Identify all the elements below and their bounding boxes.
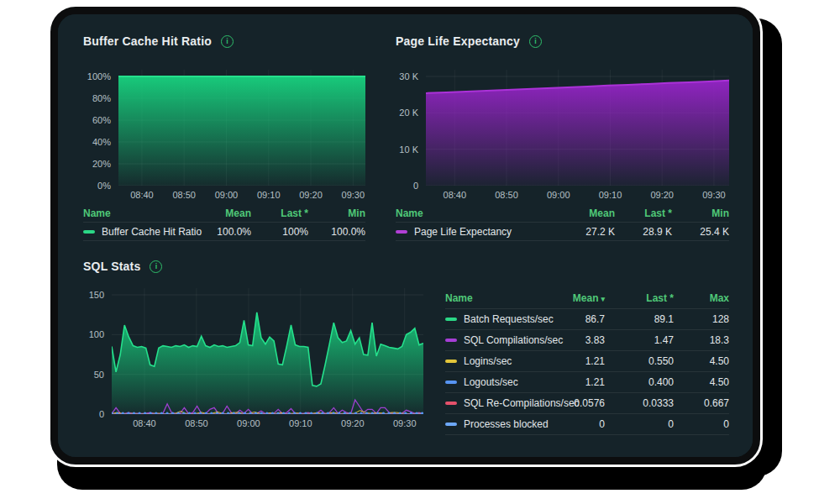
- legend-row[interactable]: SQL Compilations/sec3.831.4718.3: [445, 330, 729, 351]
- legend-value: 28.9 K: [615, 226, 672, 238]
- y-axis-label: 30 K: [399, 70, 418, 83]
- y-axis: 010 K20 K30 K: [396, 70, 426, 186]
- y-axis-label: 0: [99, 407, 104, 421]
- y-axis: 0%20%40%60%80%100%: [83, 70, 118, 186]
- x-axis: 08:4008:5009:0009:1009:2009:30: [112, 414, 423, 429]
- panel-header: SQL Stats i: [83, 260, 729, 273]
- legend-column-header[interactable]: Last *: [615, 207, 672, 219]
- series-color-swatch: [445, 339, 457, 342]
- legend-row[interactable]: SQL Re-Compilations/sec0.05760.03330.667: [445, 393, 729, 414]
- series-color-swatch: [445, 318, 457, 321]
- panel-title: Buffer Cache Hit Ratio: [83, 34, 212, 48]
- legend-value: 89.1: [605, 313, 674, 325]
- legend-column-header[interactable]: Min: [308, 207, 365, 219]
- legend-column-header[interactable]: Name: [445, 292, 536, 304]
- legend-value: 0.0333: [605, 397, 674, 409]
- legend-value: 0: [605, 418, 674, 430]
- y-axis-label: 50: [94, 368, 104, 381]
- legend-value: 4.50: [674, 355, 729, 367]
- legend-value: 100%: [251, 226, 308, 238]
- y-axis-label: 150: [89, 288, 104, 302]
- legend-table: NameMeanLast *MinPage Life Expectancy27.…: [396, 204, 729, 241]
- info-icon[interactable]: i: [150, 260, 162, 273]
- series-color-swatch: [445, 402, 457, 405]
- series-color-swatch: [445, 381, 457, 384]
- series-name: Page Life Expectancy: [414, 226, 512, 238]
- legend-value: 0: [674, 418, 729, 430]
- x-axis: 08:4008:5009:0009:1009:2009:30: [118, 186, 365, 201]
- series-color-swatch: [445, 360, 457, 363]
- series-name: Logouts/sec: [464, 376, 518, 388]
- x-axis-label: 09:20: [333, 418, 373, 428]
- panel-sql-stats: SQL Stats i 050100150 08:4008:5009:0009:…: [83, 260, 729, 435]
- series-color-swatch: [445, 423, 457, 426]
- page-life-expectancy-chart[interactable]: [426, 70, 729, 186]
- legend-value: 0.0576: [536, 397, 605, 409]
- chart-area: 0%20%40%60%80%100% 08:4008:5009:0009:100…: [83, 70, 365, 201]
- x-axis-label: 09:00: [538, 190, 579, 200]
- legend-column-header[interactable]: Name: [83, 207, 194, 219]
- legend-value: 3.83: [536, 334, 605, 346]
- legend-value: 128: [674, 313, 729, 325]
- legend-column-header[interactable]: Mean: [558, 207, 615, 219]
- y-axis-label: 10 K: [399, 143, 418, 156]
- x-axis-label: 09:10: [281, 418, 321, 428]
- sql-stats-chart[interactable]: [112, 288, 423, 414]
- y-axis: 050100150: [83, 288, 112, 414]
- x-axis-label: 08:40: [124, 418, 165, 428]
- legend-row[interactable]: Logouts/sec1.210.4004.50: [445, 372, 729, 393]
- legend-column-header[interactable]: Last *: [251, 207, 308, 219]
- x-axis-label: 09:30: [694, 190, 734, 200]
- legend-table-header: NameMeanLast *Min: [396, 204, 729, 223]
- x-axis-label: 09:20: [642, 190, 682, 200]
- y-axis-label: 80%: [92, 92, 111, 105]
- x-axis-label: 09:00: [228, 418, 269, 428]
- legend-row[interactable]: Page Life Expectancy27.2 K28.9 K25.4 K: [396, 223, 729, 241]
- x-axis-label: 09:20: [291, 190, 331, 200]
- legend-value: 25.4 K: [672, 226, 729, 238]
- legend-row[interactable]: Buffer Cache Hit Ratio100.0%100%100.0%: [83, 223, 365, 241]
- legend-value: 100.0%: [194, 226, 251, 238]
- info-icon[interactable]: i: [529, 35, 542, 48]
- y-axis-label: 40%: [92, 135, 111, 149]
- top-panel-row: Buffer Cache Hit Ratio i 0%20%40%60%80%1…: [83, 34, 729, 241]
- chart-area: 010 K20 K30 K 08:4008:5009:0009:1009:200…: [396, 70, 729, 201]
- x-axis-label: 09:30: [333, 190, 373, 200]
- legend-row[interactable]: Processes blocked000: [445, 414, 729, 435]
- series-name: Logins/sec: [464, 355, 512, 367]
- legend-column-header[interactable]: Name: [396, 207, 558, 219]
- y-axis-label: 100%: [87, 70, 111, 83]
- legend-value: 86.7: [536, 313, 605, 325]
- panel-header: Page Life Expectancy i: [396, 34, 729, 48]
- x-axis-label: 08:40: [434, 190, 475, 200]
- legend-row[interactable]: Batch Requests/sec86.789.1128: [445, 309, 729, 330]
- chart-area: 050100150 08:4008:5009:0009:1009:2009:30: [83, 288, 423, 429]
- legend-value: 1.21: [536, 355, 605, 367]
- y-axis-label: 20 K: [399, 106, 418, 119]
- legend-column-header[interactable]: Last *: [605, 292, 674, 304]
- legend-value: 0.400: [605, 376, 674, 388]
- legend-column-header[interactable]: Mean▾: [536, 292, 605, 304]
- legend-column-header[interactable]: Max: [674, 292, 729, 304]
- series-color-swatch: [396, 230, 407, 234]
- legend-row[interactable]: Logins/sec1.210.5504.50: [445, 351, 729, 372]
- x-axis-label: 08:50: [176, 418, 217, 428]
- panel-buffer-cache-hit-ratio: Buffer Cache Hit Ratio i 0%20%40%60%80%1…: [83, 34, 365, 241]
- info-icon[interactable]: i: [221, 35, 234, 48]
- legend-value: 1.21: [536, 376, 605, 388]
- legend-column-header[interactable]: Min: [672, 207, 729, 219]
- panel-header: Buffer Cache Hit Ratio i: [83, 34, 365, 48]
- y-axis-label: 0: [413, 179, 418, 192]
- x-axis-label: 09:10: [249, 190, 289, 200]
- panel-title: Page Life Expectancy: [396, 34, 520, 48]
- buffer-cache-chart[interactable]: [118, 70, 365, 186]
- x-axis-label: 08:50: [164, 190, 204, 200]
- y-axis-label: 0%: [97, 179, 111, 192]
- y-axis-label: 100: [89, 328, 104, 341]
- page-background: Buffer Cache Hit Ratio i 0%20%40%60%80%1…: [0, 0, 840, 504]
- dashboard: Buffer Cache Hit Ratio i 0%20%40%60%80%1…: [58, 14, 753, 457]
- legend-column-header[interactable]: Mean: [194, 207, 251, 219]
- legend-value: 100.0%: [308, 226, 365, 238]
- legend-value: 0: [536, 418, 605, 430]
- legend-value: 27.2 K: [558, 226, 615, 238]
